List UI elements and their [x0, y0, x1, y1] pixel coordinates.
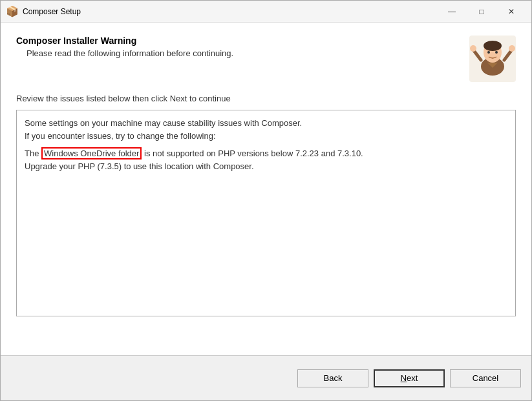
- textbox-content: Some settings on your machine may cause …: [25, 117, 507, 172]
- maximize-button[interactable]: □: [467, 1, 496, 23]
- svg-point-7: [509, 45, 515, 52]
- svg-point-3: [484, 41, 502, 51]
- content-area: Composer Installer Warning Please read t…: [1, 23, 531, 355]
- footer: Back Next Cancel: [1, 355, 531, 400]
- window-title: Composer Setup: [23, 7, 437, 16]
- textbox-line3: The Windows OneDrive folder is not suppo…: [25, 147, 507, 172]
- svg-point-8: [487, 51, 490, 54]
- main-window: 📦 Composer Setup — □ ✕ Composer Installe…: [0, 0, 532, 401]
- app-icon: 📦: [6, 5, 19, 18]
- svg-point-9: [495, 51, 498, 54]
- next-button[interactable]: Next: [374, 369, 445, 387]
- composer-logo: [469, 36, 516, 82]
- title-bar: 📦 Composer Setup — □ ✕: [1, 1, 531, 23]
- textbox-line1: Some settings on your machine may cause …: [25, 117, 507, 142]
- warning-textbox: Some settings on your machine may cause …: [16, 110, 516, 316]
- header-text: Composer Installer Warning Please read t…: [16, 36, 462, 58]
- composer-character-svg: [469, 36, 516, 82]
- header-row: Composer Installer Warning Please read t…: [16, 36, 516, 82]
- onedrive-highlight: Windows OneDrive folder: [41, 147, 142, 159]
- warning-title: Composer Installer Warning: [16, 36, 462, 46]
- close-button[interactable]: ✕: [496, 1, 526, 23]
- minimize-button[interactable]: —: [437, 1, 467, 23]
- warning-subtitle: Please read the following information be…: [27, 48, 462, 58]
- back-button[interactable]: Back: [297, 369, 368, 387]
- window-controls: — □ ✕: [437, 1, 526, 23]
- svg-point-6: [470, 45, 476, 52]
- review-text: Review the issues listed below then clic…: [16, 94, 516, 103]
- cancel-button[interactable]: Cancel: [450, 369, 521, 387]
